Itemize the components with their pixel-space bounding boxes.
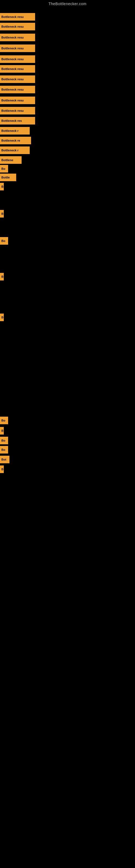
bar-row-8: Bottleneck resu bbox=[0, 86, 35, 93]
bar-label-10: Bottleneck resu bbox=[0, 107, 35, 115]
bar-label-18: B bbox=[0, 183, 4, 190]
bar-row-19: B bbox=[0, 210, 4, 218]
bar-label-19: B bbox=[0, 210, 4, 218]
bar-row-3: Bottleneck resu bbox=[0, 34, 35, 41]
bar-row-1: Bottleneck resu bbox=[0, 13, 35, 21]
bar-row-22: B bbox=[0, 314, 4, 321]
bar-row-2: Bottleneck resu bbox=[0, 23, 35, 30]
bar-row-24: B bbox=[0, 427, 4, 435]
bar-row-25: Bo bbox=[0, 437, 8, 444]
bar-label-3: Bottleneck resu bbox=[0, 34, 35, 41]
bar-row-28: B bbox=[0, 465, 4, 473]
site-title: TheBottlenecker.com bbox=[0, 0, 135, 7]
bar-row-18: B bbox=[0, 183, 4, 190]
bar-label-11: Bottleneck res bbox=[0, 117, 35, 124]
bar-label-15: Bottlene bbox=[0, 156, 21, 164]
bar-label-21: B bbox=[0, 273, 4, 280]
bar-row-20: Bo bbox=[0, 237, 8, 245]
bar-label-9: Bottleneck resu bbox=[0, 97, 35, 104]
bar-label-27: Bot bbox=[0, 456, 9, 463]
bar-row-6: Bottleneck resu bbox=[0, 65, 35, 73]
bar-label-22: B bbox=[0, 314, 4, 321]
bar-label-7: Bottleneck resu bbox=[0, 75, 35, 83]
bar-label-28: B bbox=[0, 465, 4, 473]
bar-label-17: Bottle bbox=[0, 174, 16, 181]
bar-row-13: Bottleneck re bbox=[0, 137, 31, 144]
bar-row-17: Bottle bbox=[0, 174, 16, 181]
bar-label-2: Bottleneck resu bbox=[0, 23, 35, 30]
bar-label-12: Bottleneck r bbox=[0, 127, 30, 134]
bar-row-9: Bottleneck resu bbox=[0, 97, 35, 104]
bar-label-20: Bo bbox=[0, 237, 8, 245]
bar-row-27: Bot bbox=[0, 456, 9, 463]
bar-row-7: Bottleneck resu bbox=[0, 75, 35, 83]
bar-row-15: Bottlene bbox=[0, 156, 21, 164]
bar-label-23: Bo bbox=[0, 416, 8, 424]
bar-label-5: Bottleneck resu bbox=[0, 55, 35, 63]
bar-row-11: Bottleneck res bbox=[0, 117, 35, 124]
bar-label-8: Bottleneck resu bbox=[0, 86, 35, 93]
bar-row-21: B bbox=[0, 273, 4, 280]
bar-label-13: Bottleneck re bbox=[0, 137, 31, 144]
bar-label-25: Bo bbox=[0, 437, 8, 444]
bar-label-1: Bottleneck resu bbox=[0, 13, 35, 21]
bar-row-14: Bottleneck r bbox=[0, 147, 30, 154]
bar-row-10: Bottleneck resu bbox=[0, 107, 35, 115]
bar-row-16: Bo bbox=[0, 165, 8, 173]
bar-row-26: Bo bbox=[0, 446, 8, 454]
bar-label-4: Bottleneck resu bbox=[0, 44, 35, 52]
bar-row-4: Bottleneck resu bbox=[0, 44, 35, 52]
bar-label-24: B bbox=[0, 427, 4, 435]
bar-label-16: Bo bbox=[0, 165, 8, 173]
bar-row-12: Bottleneck r bbox=[0, 127, 30, 134]
bar-label-6: Bottleneck resu bbox=[0, 65, 35, 73]
bar-row-23: Bo bbox=[0, 416, 8, 424]
bar-label-14: Bottleneck r bbox=[0, 147, 30, 154]
bar-label-26: Bo bbox=[0, 446, 8, 454]
bar-row-5: Bottleneck resu bbox=[0, 55, 35, 63]
